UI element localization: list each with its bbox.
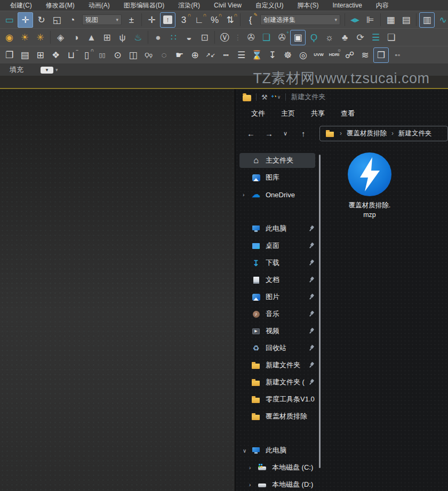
sidebar-item-此电脑[interactable]: 此电脑 — [235, 220, 326, 237]
sidebar-item-覆盖材质排除[interactable]: 覆盖材质排除 — [235, 408, 326, 425]
expand-chevron-icon[interactable]: › — [243, 192, 251, 198]
render-frame-icon[interactable]: ▣ — [290, 30, 306, 45]
breadcrumb-segment[interactable]: 新建文件夹 — [398, 129, 432, 138]
sidebar-item-主文件夹[interactable]: 主文件夹 — [235, 152, 326, 169]
expand-chevron-icon[interactable]: › — [249, 482, 258, 488]
sidebar-item-本地磁盘 (C:)[interactable]: ›本地磁盘 (C:) — [235, 459, 326, 476]
percent-snap-icon[interactable]: %∩ — [207, 13, 222, 27]
eye-icon[interactable]: ⊙ — [110, 48, 125, 62]
mirror-icon[interactable]: ◀▶ — [348, 13, 362, 27]
sidebar-item-音乐[interactable]: 音乐 — [235, 305, 326, 323]
select-move-icon[interactable]: ✛ — [18, 12, 33, 28]
material-sphere-icon[interactable]: ● — [151, 30, 165, 45]
menu-item[interactable]: 创建(C) — [3, 1, 39, 10]
up-axis-icon[interactable]: ↑ — [160, 12, 175, 28]
sidebar-item-下载[interactable]: 下载 — [235, 254, 326, 271]
resize-arrows-icon[interactable]: ↗↙ — [203, 48, 218, 62]
sidebar-item-新建文件夹[interactable]: 新建文件夹 — [235, 357, 326, 374]
list-icon[interactable]: ☰ — [369, 30, 383, 45]
explorer-content[interactable]: 覆盖材质排除. mzp — [326, 147, 448, 491]
wire-sphere-icon[interactable]: ◉ — [2, 30, 17, 45]
sidebar-item-新建文件夹 ([interactable]: 新建文件夹 ( — [235, 374, 326, 391]
fill-dropdown-caret[interactable]: ▾ — [55, 67, 58, 73]
geometry-box-icon[interactable]: ◈ — [53, 30, 68, 45]
sidebar-scrollbar[interactable] — [319, 155, 321, 468]
flame-box-icon[interactable]: ♨ — [131, 30, 145, 45]
document-add-icon[interactable]: ⊞ — [33, 48, 47, 62]
link-icon[interactable]: ☍ — [342, 48, 357, 62]
menu-item[interactable]: 内容 — [369, 1, 396, 10]
tab-主页[interactable]: 主页 — [281, 109, 295, 118]
menu-item[interactable]: Civil View — [207, 2, 249, 9]
ribbon-toggle-icon[interactable]: ▥ — [419, 12, 435, 28]
menu-item[interactable]: 脚本(S) — [290, 1, 325, 10]
named-selection-sets-icon[interactable]: {✎ — [243, 13, 258, 27]
duplicate-icon[interactable]: ❐ — [2, 48, 17, 62]
sidebar-item-文档[interactable]: 文档 — [235, 271, 326, 288]
sidebar-item-视频[interactable]: 视频 — [235, 323, 326, 340]
sidebar-item-回收站[interactable]: 回收站 — [235, 340, 326, 357]
layer-rows-icon[interactable]: ☰ — [234, 48, 249, 62]
sun-icon[interactable]: ☀ — [18, 30, 32, 45]
hourglass-icon[interactable]: ⌛ — [250, 48, 264, 62]
sidebar-item-零度工具条V1.0[interactable]: 零度工具条V1.0 — [235, 391, 326, 408]
expand-chevron-icon[interactable]: ∨ — [243, 448, 251, 454]
grass-icon[interactable]: ψ — [115, 30, 130, 45]
tab-文件[interactable]: 文件 — [251, 109, 265, 118]
bound-box-icon[interactable]: ❑ — [259, 30, 274, 45]
layers-stack-icon[interactable]: ≋ — [358, 48, 372, 62]
lock-icon[interactable]: ▯∩ — [79, 48, 94, 62]
camera-icon[interactable]: ✇ — [244, 30, 258, 45]
snap-3d-icon[interactable]: 3∩ — [177, 13, 191, 27]
forward-button[interactable]: → — [265, 129, 283, 138]
split-view-icon[interactable]: ◫ — [126, 48, 140, 62]
menu-item[interactable]: 修改器(M) — [39, 1, 82, 10]
pointer-hand-icon[interactable]: ☛ — [172, 48, 187, 62]
file-item-mzp[interactable]: 覆盖材质排除. mzp — [339, 152, 401, 220]
target-icon[interactable]: ◎ — [296, 48, 310, 62]
dots-grid-icon[interactable]: ⊞ — [100, 30, 114, 45]
burst-icon[interactable]: ✳ — [33, 30, 47, 45]
scene-explorer-icon[interactable]: ▤ — [399, 13, 413, 27]
sphere-slice-icon[interactable]: ◑ — [69, 30, 83, 45]
menu-item[interactable]: 动画(A) — [82, 1, 117, 10]
tab-查看[interactable]: 查看 — [341, 109, 355, 118]
recent-locations-button[interactable]: ∨ — [283, 130, 301, 137]
sidebar-item-本地磁盘 (D:)[interactable]: ›本地磁盘 (D:) — [235, 476, 326, 491]
spinner-snap-icon[interactable]: ⇅∩ — [223, 13, 237, 27]
sidebar-item-图片[interactable]: 图片 — [235, 288, 326, 305]
ruler-icon[interactable]: ┅ — [219, 48, 233, 62]
chevron-down-icon[interactable]: ∨ — [277, 94, 281, 100]
curve-editor-icon[interactable]: ∿ — [436, 13, 448, 27]
menu-item[interactable]: 渲染(R) — [171, 1, 207, 10]
up-button[interactable]: ↑ — [301, 129, 319, 138]
sun-gray-icon[interactable]: ☼ — [322, 30, 337, 45]
tab-共享[interactable]: 共享 — [311, 109, 325, 118]
steering-wheel-icon[interactable]: ☸ — [281, 48, 295, 62]
camera-add-icon[interactable]: ✇+ — [275, 30, 289, 45]
address-bar[interactable]: ›覆盖材质排除›新建文件夹 — [319, 126, 448, 141]
select-region-icon[interactable]: ▭ — [2, 13, 17, 27]
pine-tree-icon[interactable]: ♣ — [338, 30, 352, 45]
double-bulb-icon[interactable]: Ϙϙ — [141, 48, 156, 62]
document-lines-icon[interactable]: ▤ — [18, 48, 32, 62]
breadcrumb-segment[interactable]: 覆盖材质排除 — [347, 129, 387, 138]
expand-icon[interactable]: ❖ — [49, 48, 63, 62]
download-icon[interactable]: ↧ — [265, 48, 279, 62]
rotate-icon[interactable]: ↻ — [34, 13, 49, 27]
back-button[interactable]: ← — [247, 129, 265, 138]
sidebar-item-OneDrive[interactable]: ›OneDrive — [235, 186, 326, 203]
wrench-icon[interactable]: ⚒ — [261, 93, 268, 101]
refresh-icon[interactable]: ⟳ — [353, 30, 367, 45]
align-icon[interactable]: ⊫ — [363, 13, 378, 27]
dashed-circle-icon[interactable]: ◌ — [157, 48, 171, 62]
selection-set-dropdown[interactable]: 创建选择集▾ — [260, 14, 340, 25]
uvw-icon[interactable]: UVW — [311, 48, 326, 62]
globe-icon[interactable]: ⊕ — [188, 48, 202, 62]
menu-item[interactable]: 自定义(U) — [249, 1, 291, 10]
columns-icon[interactable]: ▯▯ — [95, 48, 109, 62]
trash-icon[interactable]: ⊔− — [64, 48, 78, 62]
angle-snap-icon[interactable]: ∟∩ — [192, 13, 206, 27]
tree-page-icon[interactable]: ❏ — [384, 30, 398, 45]
spike-icon[interactable]: ▲ — [84, 30, 99, 45]
